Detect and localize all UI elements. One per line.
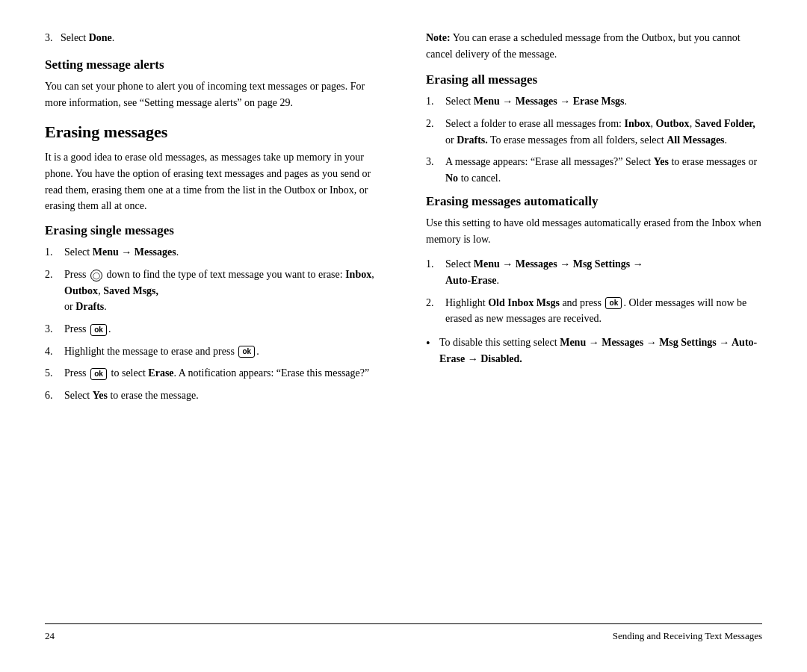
menu-bold: Menu [93,246,119,258]
step-3-text: Select [61,32,89,43]
list-item: 1. Select Menu → Messages → Msg Settings… [426,256,762,288]
page-number: 24 [45,630,55,642]
step-content: Select Menu → Messages → Msg Settings →A… [445,256,762,288]
outbox-bold: Outbox [64,285,98,296]
yes-bold: Yes [654,156,669,167]
step-num: 2. [426,116,441,148]
setting-alerts-heading: Setting message alerts [45,57,381,72]
saved-folder-bold: Saved Folder, [695,118,755,129]
all-messages-bold: All Messages [667,134,724,146]
step-num: 6. [45,388,60,404]
note-text: Note: You can erase a scheduled message … [426,32,740,60]
ok-button-icon: ok [238,346,255,358]
ok-button-icon: ok [90,368,107,380]
list-item: 1. Select Menu → Messages. [45,244,381,261]
erasing-all-list: 1. Select Menu → Messages → Erase Msgs. … [426,93,762,186]
step-num: 5. [45,365,60,382]
bullet-content: To disable this setting select Menu → Me… [439,335,762,367]
menu-msgs-erase-bold: Menu → Messages → Erase Msgs [474,96,625,107]
step-num: 3. [426,154,441,186]
step-content: Highlight the message to erase and press… [64,343,381,360]
note-body: You can erase a scheduled message from t… [426,32,740,60]
yes-bold: Yes [93,390,108,401]
list-item: 3. Press ok. [45,321,381,337]
list-item: 2. Select a folder to erase all messages… [426,116,762,148]
list-item: 1. Select Menu → Messages → Erase Msgs. [426,93,762,110]
content-area: 3. Select Done. Setting message alerts Y… [45,30,762,612]
erasing-messages-heading: Erasing messages [45,122,381,142]
setting-alerts-body: You can set your phone to alert you of i… [45,78,381,111]
step-content: Press ok to select Erase. A notification… [64,365,381,382]
no-bold: No [445,172,458,184]
list-item: 5. Press ok to select Erase. A notificat… [45,365,381,382]
messages-bold: Messages [134,246,176,258]
note-box: Note: You can erase a scheduled message … [426,30,762,62]
bullet-list: • To disable this setting select Menu → … [426,335,762,367]
single-steps-list: 1. Select Menu → Messages. 2. Press ◯ do… [45,244,381,404]
left-column: 3. Select Done. Setting message alerts Y… [45,30,389,612]
step-num: 3. [45,321,60,337]
erasing-all-heading: Erasing all messages [426,72,762,87]
step-content: Select Menu → Messages. [64,244,381,261]
list-item: 6. Select Yes to erase the message. [45,388,381,404]
list-item: 2. Highlight Old Inbox Msgs and press ok… [426,295,762,327]
arrow: → [121,246,132,258]
auto-erase-path-bold: Menu → Messages → Msg Settings →Auto-Era… [445,258,643,286]
erasing-auto-list: 1. Select Menu → Messages → Msg Settings… [426,256,762,327]
step-content: Select Yes to erase the message. [64,388,381,404]
list-item: 3. A message appears: “Erase all message… [426,154,762,186]
ok-button-icon: ok [90,324,107,336]
inbox-bold: Inbox [345,269,371,280]
step-num: 2. [45,267,60,315]
step-num: 4. [45,343,60,360]
step-num: 1. [426,93,441,110]
step-num: 2. [426,295,441,327]
step-content: Press ◯ down to find the type of text me… [64,267,381,315]
step-content: Highlight Old Inbox Msgs and press ok. O… [445,295,762,327]
step-num: 1. [45,244,60,261]
step-content: A message appears: “Erase all messages?”… [445,154,762,186]
drafts-bold: Drafts. [457,134,488,146]
nav-button-icon: ◯ [90,270,102,281]
bullet-dot: • [426,335,439,367]
folders-bold: Inbox [624,118,650,129]
step-content: Press ok. [64,321,381,337]
old-inbox-bold: Old Inbox Msgs [488,297,560,308]
erasing-single-heading: Erasing single messages [45,223,381,238]
step-content: Select Menu → Messages → Erase Msgs. [445,93,762,110]
step-3-done: 3. Select Done. [45,30,381,46]
erasing-messages-body: It is a good idea to erase old messages,… [45,149,381,214]
drafts-bold: Drafts [75,301,104,312]
outbox-bold: Outbox [656,118,690,129]
erasing-auto-body: Use this setting to have old messages au… [426,215,762,247]
step-num: 1. [426,256,441,288]
erasing-auto-heading: Erasing messages automatically [426,194,762,209]
erase-bold: Erase [148,367,173,379]
disable-path-bold: Menu → Messages → Msg Settings → Auto-Er… [439,337,757,364]
page-footer: 24 Sending and Receiving Text Messages [45,623,762,642]
right-column: Note: You can erase a scheduled message … [418,30,762,612]
savedmsgs-bold: Saved Msgs, [103,285,158,296]
chapter-title: Sending and Receiving Text Messages [613,630,762,642]
list-item: • To disable this setting select Menu → … [426,335,762,367]
page: 3. Select Done. Setting message alerts Y… [0,0,807,672]
ok-button-icon: ok [605,297,622,309]
step-3-period: . [112,32,115,43]
list-item: 4. Highlight the message to erase and pr… [45,343,381,360]
step-3-bold: Done [89,32,112,43]
step-3-num: 3. [45,32,53,43]
note-label: Note: [426,32,451,43]
list-item: 2. Press ◯ down to find the type of text… [45,267,381,315]
step-content: Select a folder to erase all messages fr… [445,116,762,148]
